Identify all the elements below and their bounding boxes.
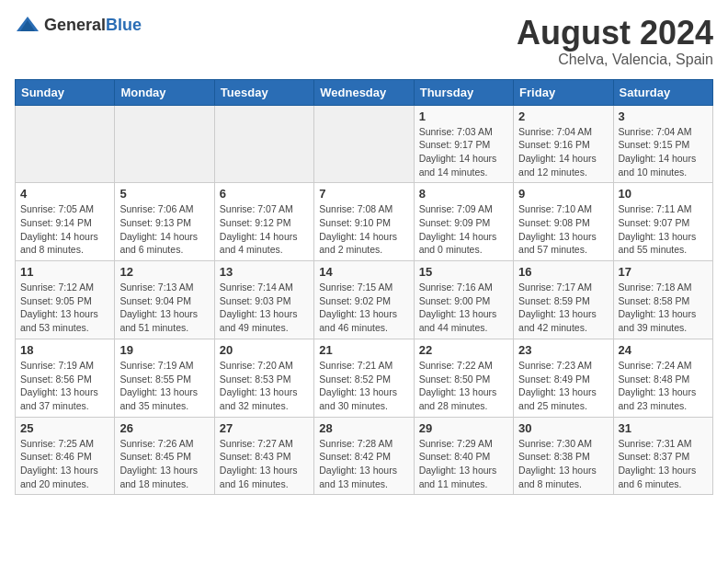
logo-general: General xyxy=(44,16,106,34)
day-detail: Sunrise: 7:29 AMSunset: 8:40 PMDaylight:… xyxy=(419,437,508,491)
day-detail: Sunrise: 7:12 AMSunset: 9:05 PMDaylight:… xyxy=(20,281,109,335)
calendar-cell-2-5: 16Sunrise: 7:17 AMSunset: 8:59 PMDayligh… xyxy=(514,261,613,339)
day-number: 10 xyxy=(619,187,708,201)
calendar-cell-4-2: 27Sunrise: 7:27 AMSunset: 8:43 PMDayligh… xyxy=(214,417,313,495)
month-year-title: August 2024 xyxy=(517,15,713,52)
weekday-header-row: SundayMondayTuesdayWednesdayThursdayFrid… xyxy=(16,79,713,105)
day-number: 29 xyxy=(419,421,508,435)
calendar-cell-1-2: 6Sunrise: 7:07 AMSunset: 9:12 PMDaylight… xyxy=(214,183,313,261)
calendar-cell-4-1: 26Sunrise: 7:26 AMSunset: 8:45 PMDayligh… xyxy=(115,417,214,495)
day-detail: Sunrise: 7:19 AMSunset: 8:56 PMDaylight:… xyxy=(20,359,109,413)
calendar-cell-3-6: 24Sunrise: 7:24 AMSunset: 8:48 PMDayligh… xyxy=(613,339,712,417)
day-detail: Sunrise: 7:25 AMSunset: 8:46 PMDaylight:… xyxy=(20,437,109,491)
logo: GeneralBlue xyxy=(15,15,142,35)
day-number: 8 xyxy=(419,187,508,201)
calendar-cell-4-5: 30Sunrise: 7:30 AMSunset: 8:38 PMDayligh… xyxy=(514,417,613,495)
title-block: August 2024 Chelva, Valencia, Spain xyxy=(517,15,713,68)
calendar-cell-2-4: 15Sunrise: 7:16 AMSunset: 9:00 PMDayligh… xyxy=(414,261,513,339)
calendar-cell-2-1: 12Sunrise: 7:13 AMSunset: 9:04 PMDayligh… xyxy=(115,261,214,339)
day-number: 14 xyxy=(319,265,408,279)
calendar-cell-1-4: 8Sunrise: 7:09 AMSunset: 9:09 PMDaylight… xyxy=(414,183,513,261)
week-row-3: 11Sunrise: 7:12 AMSunset: 9:05 PMDayligh… xyxy=(16,261,713,339)
calendar-cell-0-6: 3Sunrise: 7:04 AMSunset: 9:15 PMDaylight… xyxy=(613,105,712,183)
day-detail: Sunrise: 7:16 AMSunset: 9:00 PMDaylight:… xyxy=(419,281,508,335)
day-number: 22 xyxy=(419,343,508,357)
weekday-header-friday: Friday xyxy=(514,79,613,105)
calendar-cell-4-6: 31Sunrise: 7:31 AMSunset: 8:37 PMDayligh… xyxy=(613,417,712,495)
calendar-cell-0-2 xyxy=(214,105,313,183)
day-number: 4 xyxy=(20,187,109,201)
day-detail: Sunrise: 7:09 AMSunset: 9:09 PMDaylight:… xyxy=(419,202,508,257)
logo-text: GeneralBlue xyxy=(44,16,142,35)
day-number: 15 xyxy=(419,265,508,279)
week-row-4: 18Sunrise: 7:19 AMSunset: 8:56 PMDayligh… xyxy=(16,339,713,417)
calendar-table: SundayMondayTuesdayWednesdayThursdayFrid… xyxy=(15,79,713,496)
day-number: 24 xyxy=(619,343,708,357)
day-number: 31 xyxy=(619,421,708,435)
calendar-cell-2-3: 14Sunrise: 7:15 AMSunset: 9:02 PMDayligh… xyxy=(314,261,414,339)
day-detail: Sunrise: 7:15 AMSunset: 9:02 PMDaylight:… xyxy=(319,281,408,335)
logo-icon xyxy=(15,15,40,35)
day-detail: Sunrise: 7:13 AMSunset: 9:04 PMDaylight:… xyxy=(119,281,209,335)
weekday-header-wednesday: Wednesday xyxy=(314,79,414,105)
day-number: 5 xyxy=(119,187,209,201)
day-number: 13 xyxy=(220,265,309,279)
logo-blue: Blue xyxy=(106,16,142,34)
location-subtitle: Chelva, Valencia, Spain xyxy=(517,52,713,68)
week-row-1: 1Sunrise: 7:03 AMSunset: 9:17 PMDaylight… xyxy=(16,105,713,183)
weekday-header-tuesday: Tuesday xyxy=(214,79,313,105)
day-number: 17 xyxy=(619,265,708,279)
day-detail: Sunrise: 7:10 AMSunset: 9:08 PMDaylight:… xyxy=(518,202,608,257)
day-detail: Sunrise: 7:11 AMSunset: 9:07 PMDaylight:… xyxy=(619,202,708,257)
calendar-cell-2-6: 17Sunrise: 7:18 AMSunset: 8:58 PMDayligh… xyxy=(613,261,712,339)
day-number: 11 xyxy=(20,265,109,279)
day-number: 7 xyxy=(319,187,408,201)
day-detail: Sunrise: 7:08 AMSunset: 9:10 PMDaylight:… xyxy=(319,202,408,257)
calendar-cell-0-1 xyxy=(115,105,214,183)
day-detail: Sunrise: 7:23 AMSunset: 8:49 PMDaylight:… xyxy=(518,359,608,413)
weekday-header-saturday: Saturday xyxy=(613,79,712,105)
calendar-cell-3-1: 19Sunrise: 7:19 AMSunset: 8:55 PMDayligh… xyxy=(115,339,214,417)
calendar-cell-3-0: 18Sunrise: 7:19 AMSunset: 8:56 PMDayligh… xyxy=(16,339,115,417)
day-detail: Sunrise: 7:14 AMSunset: 9:03 PMDaylight:… xyxy=(220,281,309,335)
day-detail: Sunrise: 7:27 AMSunset: 8:43 PMDaylight:… xyxy=(220,437,309,491)
day-number: 18 xyxy=(20,343,109,357)
calendar-cell-4-0: 25Sunrise: 7:25 AMSunset: 8:46 PMDayligh… xyxy=(16,417,115,495)
day-number: 12 xyxy=(119,265,209,279)
calendar-cell-3-2: 20Sunrise: 7:20 AMSunset: 8:53 PMDayligh… xyxy=(214,339,313,417)
calendar-cell-1-0: 4Sunrise: 7:05 AMSunset: 9:14 PMDaylight… xyxy=(16,183,115,261)
calendar-cell-3-5: 23Sunrise: 7:23 AMSunset: 8:49 PMDayligh… xyxy=(514,339,613,417)
calendar-cell-1-6: 10Sunrise: 7:11 AMSunset: 9:07 PMDayligh… xyxy=(613,183,712,261)
day-number: 19 xyxy=(119,343,209,357)
day-detail: Sunrise: 7:19 AMSunset: 8:55 PMDaylight:… xyxy=(119,359,209,413)
day-number: 21 xyxy=(319,343,408,357)
calendar-cell-4-4: 29Sunrise: 7:29 AMSunset: 8:40 PMDayligh… xyxy=(414,417,513,495)
week-row-2: 4Sunrise: 7:05 AMSunset: 9:14 PMDaylight… xyxy=(16,183,713,261)
day-detail: Sunrise: 7:21 AMSunset: 8:52 PMDaylight:… xyxy=(319,359,408,413)
calendar-cell-3-4: 22Sunrise: 7:22 AMSunset: 8:50 PMDayligh… xyxy=(414,339,513,417)
day-number: 16 xyxy=(518,265,608,279)
day-number: 23 xyxy=(518,343,608,357)
day-number: 28 xyxy=(319,421,408,435)
day-detail: Sunrise: 7:17 AMSunset: 8:59 PMDaylight:… xyxy=(518,281,608,335)
day-number: 3 xyxy=(619,109,708,123)
calendar-cell-0-4: 1Sunrise: 7:03 AMSunset: 9:17 PMDaylight… xyxy=(414,105,513,183)
day-number: 6 xyxy=(220,187,309,201)
calendar-cell-0-3 xyxy=(314,105,414,183)
day-number: 27 xyxy=(220,421,309,435)
weekday-header-monday: Monday xyxy=(115,79,214,105)
day-detail: Sunrise: 7:06 AMSunset: 9:13 PMDaylight:… xyxy=(119,202,209,257)
day-number: 25 xyxy=(20,421,109,435)
calendar-cell-2-2: 13Sunrise: 7:14 AMSunset: 9:03 PMDayligh… xyxy=(214,261,313,339)
day-detail: Sunrise: 7:04 AMSunset: 9:15 PMDaylight:… xyxy=(619,125,708,179)
day-detail: Sunrise: 7:31 AMSunset: 8:37 PMDaylight:… xyxy=(619,437,708,491)
weekday-header-sunday: Sunday xyxy=(16,79,115,105)
day-number: 2 xyxy=(518,109,608,123)
day-number: 9 xyxy=(518,187,608,201)
day-detail: Sunrise: 7:18 AMSunset: 8:58 PMDaylight:… xyxy=(619,281,708,335)
day-number: 1 xyxy=(419,109,508,123)
day-detail: Sunrise: 7:24 AMSunset: 8:48 PMDaylight:… xyxy=(619,359,708,413)
calendar-cell-4-3: 28Sunrise: 7:28 AMSunset: 8:42 PMDayligh… xyxy=(314,417,414,495)
page-header: GeneralBlue August 2024 Chelva, Valencia… xyxy=(15,15,713,68)
day-number: 30 xyxy=(518,421,608,435)
